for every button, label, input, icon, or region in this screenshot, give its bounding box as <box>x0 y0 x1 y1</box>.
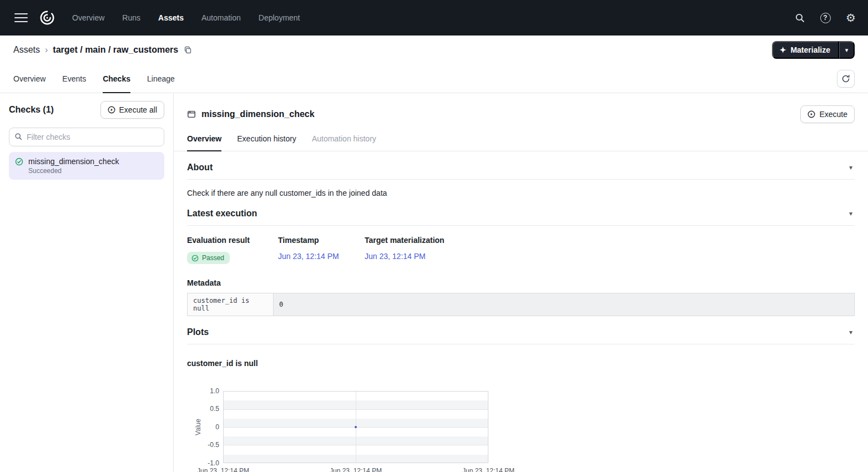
content-area: Checks (1) Execute all missing <box>0 93 868 472</box>
hamburger-menu-icon[interactable] <box>14 11 28 24</box>
passed-status-badge: Passed <box>187 252 230 264</box>
check-detail-panel: missing_dimension_check Execute Overview… <box>174 93 868 472</box>
target-materialization-link[interactable]: Jun 23, 12:14 PM <box>365 252 445 261</box>
metadata-table: customer_id is null 0 <box>187 293 855 316</box>
materialize-split-button: ✦ Materialize ▾ <box>772 41 855 59</box>
latest-execution-heading: Latest execution <box>187 209 257 219</box>
plot-title: customer_id is null <box>187 359 855 368</box>
metadata-section: Metadata customer_id is null 0 <box>187 278 855 316</box>
check-item-name: missing_dimension_check <box>28 157 158 166</box>
y-tick: 0.5 <box>197 404 219 413</box>
tab-lineage[interactable]: Lineage <box>147 74 175 93</box>
y-tick: 0 <box>197 423 219 432</box>
materialize-label: Materialize <box>790 45 830 54</box>
chevron-right-icon: › <box>45 45 48 55</box>
collapse-caret-icon[interactable]: ▾ <box>847 328 855 336</box>
materialize-button[interactable]: ✦ Materialize <box>772 41 839 59</box>
execute-button[interactable]: Execute <box>800 105 855 123</box>
breadcrumb-asset-path: target / main / raw_customers <box>53 45 178 55</box>
plots-heading: Plots <box>187 327 209 337</box>
check-circle-icon <box>191 255 199 262</box>
check-success-icon <box>15 157 28 166</box>
detail-tab-overview[interactable]: Overview <box>187 129 221 151</box>
detail-tab-automation-history[interactable]: Automation history <box>312 129 376 151</box>
nav-item-automation[interactable]: Automation <box>201 13 241 22</box>
metadata-value: 0 <box>274 293 855 316</box>
filter-checks-field <box>9 128 164 146</box>
tab-checks[interactable]: Checks <box>103 74 130 93</box>
play-circle-icon <box>808 110 815 118</box>
about-heading: About <box>187 163 213 172</box>
dagster-logo[interactable] <box>37 7 58 28</box>
passed-label: Passed <box>202 254 224 262</box>
help-icon[interactable]: ? <box>819 12 831 24</box>
detail-tab-execution-history[interactable]: Execution history <box>237 129 296 151</box>
asset-tabs-row: Overview Events Checks Lineage <box>0 64 868 93</box>
search-icon[interactable] <box>794 12 806 24</box>
y-tick: -1.0 <box>197 459 219 468</box>
timestamp-link[interactable]: Jun 23, 12:14 PM <box>278 252 365 261</box>
value-chart: Value 1.0 0.5 0 -0.5 -1.0 Jun 23, 12:14 … <box>187 387 531 472</box>
y-tick: -0.5 <box>197 440 219 449</box>
about-section-header: About ▾ <box>187 151 855 180</box>
materialize-dropdown-button[interactable]: ▾ <box>839 41 855 59</box>
check-detail-title: missing_dimension_check <box>201 109 315 119</box>
about-description: Check if there are any null customer_ids… <box>187 189 855 197</box>
table-row: customer_id is null 0 <box>188 293 855 316</box>
caret-down-icon: ▾ <box>845 47 849 54</box>
breadcrumb-assets-link[interactable]: Assets <box>13 45 40 55</box>
play-circle-icon <box>108 106 115 114</box>
refresh-button[interactable] <box>837 70 855 88</box>
execute-all-button[interactable]: Execute all <box>100 101 164 119</box>
nav-item-overview[interactable]: Overview <box>72 13 104 22</box>
collapse-caret-icon[interactable]: ▾ <box>847 164 855 171</box>
execute-all-label: Execute all <box>119 105 157 114</box>
check-list-item[interactable]: missing_dimension_check Succeeded <box>9 152 164 180</box>
col-target-materialization: Target materialization <box>365 236 445 245</box>
breadcrumb-row: Assets › target / main / raw_customers ✦… <box>0 35 868 64</box>
collapse-caret-icon[interactable]: ▾ <box>847 210 855 217</box>
asset-check-icon <box>187 110 196 119</box>
latest-execution-section-header: Latest execution ▾ <box>187 197 855 226</box>
x-tick: Jun 23, 12:14 PM <box>330 467 382 472</box>
data-point[interactable] <box>355 426 357 428</box>
metadata-key: customer_id is null <box>188 293 274 316</box>
y-tick: 1.0 <box>197 387 219 395</box>
nav-right-icons: ? ⚙ <box>794 12 857 24</box>
question-mark-glyph: ? <box>820 13 831 23</box>
sparkle-icon: ✦ <box>780 45 786 54</box>
nav-item-deployment[interactable]: Deployment <box>259 13 300 22</box>
check-item-status: Succeeded <box>28 167 158 175</box>
tab-overview[interactable]: Overview <box>13 74 46 93</box>
search-icon <box>14 133 22 140</box>
copy-icon[interactable] <box>184 46 192 54</box>
checks-sidebar: Checks (1) Execute all missing <box>0 93 174 472</box>
check-detail-tabs: Overview Execution history Automation hi… <box>174 129 868 151</box>
x-tick: Jun 23, 12:14 PM <box>197 467 249 472</box>
primary-nav: Overview Runs Assets Automation Deployme… <box>72 13 300 22</box>
filter-checks-input[interactable] <box>9 128 164 146</box>
checks-panel-title: Checks (1) <box>9 105 54 115</box>
x-tick: Jun 23, 12:14 PM <box>462 467 514 472</box>
metadata-heading: Metadata <box>187 278 855 287</box>
plots-section-header: Plots ▾ <box>187 316 855 344</box>
execute-label: Execute <box>819 110 847 119</box>
nav-item-runs[interactable]: Runs <box>122 13 140 22</box>
tab-events[interactable]: Events <box>62 74 86 93</box>
settings-gear-icon[interactable]: ⚙ <box>845 12 857 24</box>
nav-item-assets[interactable]: Assets <box>158 13 184 22</box>
top-nav: Overview Runs Assets Automation Deployme… <box>0 0 868 35</box>
latest-execution-summary: Evaluation result Passed Timestamp Jun 2… <box>187 236 855 264</box>
col-timestamp: Timestamp <box>278 236 365 245</box>
col-evaluation-result: Evaluation result <box>187 236 278 245</box>
plot-area <box>223 391 488 463</box>
